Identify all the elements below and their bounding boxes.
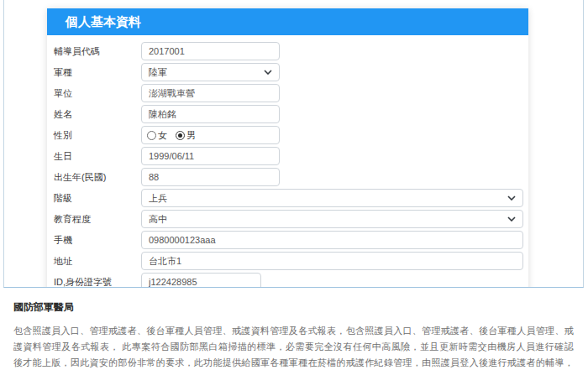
- chevron-down-icon: [507, 195, 516, 201]
- address-input[interactable]: [141, 252, 523, 270]
- id-number-input[interactable]: [141, 273, 261, 288]
- gender-male-radio[interactable]: [176, 131, 185, 140]
- mobile-input[interactable]: [141, 231, 523, 249]
- form-row-birthday: 生日: [52, 147, 523, 165]
- gender-female-label: 女: [158, 129, 167, 142]
- form-row-unit: 單位: [52, 84, 523, 102]
- birthday-input[interactable]: [141, 147, 280, 165]
- form-row-name: 姓名: [52, 105, 523, 123]
- footer-section: 國防部軍醫局 包含照護員入口、管理戒護者、後台軍種人員管理、戒護資料管理及各式報…: [3, 288, 584, 370]
- name-input[interactable]: [141, 105, 280, 123]
- counselor-code-input[interactable]: [141, 42, 280, 60]
- form-row-gender: 性別 女 男: [52, 126, 523, 144]
- gender-label: 性別: [52, 129, 141, 142]
- service-branch-value: 陸軍: [149, 66, 167, 79]
- personal-info-card: 個人基本資料 輔導員代碼 軍種 陸軍 單位 姓名: [47, 8, 528, 288]
- form-row-id-number: ID,身份證字號: [52, 273, 523, 288]
- id-number-label: ID,身份證字號: [52, 276, 141, 289]
- form-row-birth-year: 出生年(民國): [52, 168, 523, 186]
- form-row-address: 地址: [52, 252, 523, 270]
- chevron-down-icon: [264, 70, 272, 75]
- card-title: 個人基本資料: [47, 8, 528, 35]
- birth-year-input[interactable]: [141, 168, 280, 186]
- education-label: 教育程度: [52, 213, 141, 226]
- form-row-education: 教育程度 高中: [52, 210, 523, 228]
- service-branch-label: 軍種: [52, 66, 141, 79]
- education-value: 高中: [149, 213, 167, 226]
- rank-value: 上兵: [149, 192, 167, 205]
- footer-description: 包含照護員入口、管理戒護者、後台軍種人員管理、戒護資料管理及各式報表，包含照護員…: [13, 323, 574, 370]
- personal-info-form: 輔導員代碼 軍種 陸軍 單位 姓名: [47, 35, 528, 288]
- footer-title: 國防部軍醫局: [13, 300, 574, 315]
- gender-radio-group: 女 男: [141, 126, 280, 144]
- birth-year-label: 出生年(民國): [52, 171, 141, 184]
- education-select[interactable]: 高中: [141, 210, 523, 228]
- page-container: 個人基本資料 輔導員代碼 軍種 陸軍 單位 姓名: [3, 0, 584, 288]
- name-label: 姓名: [52, 108, 141, 121]
- gender-female-radio[interactable]: [147, 131, 156, 140]
- rank-label: 階級: [52, 192, 141, 205]
- form-row-mobile: 手機: [52, 231, 523, 249]
- unit-input[interactable]: [141, 84, 280, 102]
- counselor-code-label: 輔導員代碼: [52, 45, 141, 58]
- mobile-label: 手機: [52, 234, 141, 247]
- form-row-service-branch: 軍種 陸軍: [52, 63, 523, 81]
- birthday-label: 生日: [52, 150, 141, 163]
- form-row-rank: 階級 上兵: [52, 189, 523, 207]
- address-label: 地址: [52, 255, 141, 268]
- gender-male-label: 男: [186, 129, 196, 142]
- unit-label: 單位: [52, 87, 141, 100]
- chevron-down-icon: [507, 216, 516, 221]
- rank-select[interactable]: 上兵: [141, 189, 523, 207]
- form-row-counselor-code: 輔導員代碼: [52, 42, 523, 60]
- service-branch-select[interactable]: 陸軍: [141, 63, 280, 81]
